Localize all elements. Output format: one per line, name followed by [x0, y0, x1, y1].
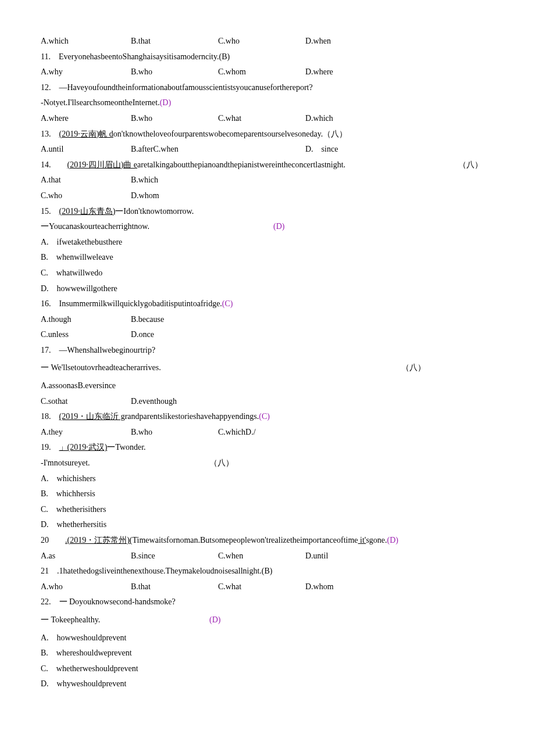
q14-options-2: C.who D.whom [41, 188, 494, 204]
q18-opt-cd: C.whichD./ [218, 425, 305, 440]
q15-stem-post: 一Idon'tknowtomorrow. [115, 207, 194, 216]
q16-answer: (C) [222, 299, 233, 308]
q15-source: (2019·山东青岛) [59, 207, 116, 216]
q17-options-1: A.assoonasB.eversince [41, 378, 494, 394]
q16-opt-a: A.though [41, 312, 131, 328]
q21-stem: 21 .1hatethedogsliveinthenexthouse.Theym… [41, 564, 494, 579]
q19-stem-pre: 19. [41, 443, 59, 452]
q13-stem-pre: 13. [41, 130, 59, 138]
q16-opt-d: D.once [131, 327, 218, 343]
q15-opt-a: A. ifwetakethebusthere [41, 235, 494, 250]
q19-line2: -I'mnotsureyet. （八） [41, 456, 494, 471]
q12-stem-2-text: -Notyet.I'llsearchsomeontheInternet. [41, 98, 160, 107]
q12-stem-1: 12. —Haveyoufoundtheinformationaboutfamo… [41, 80, 494, 96]
q19-answer: （八） [209, 456, 234, 471]
q19-opt-a: A. whichishers [41, 471, 494, 487]
q13-source: (2019·云南)帆 d [59, 130, 113, 138]
q15-line2-text: 一Youcanaskourteacherrightnow. [41, 222, 149, 231]
q16-stem: 16. Insummermilkwillquicklygobaditisputi… [41, 296, 494, 312]
q22-opt-d: D. whyweshouldprevent [41, 676, 494, 692]
q20-stem-mid: Timewaitsfornoman.Butsomepeoplewon'treal… [133, 536, 358, 544]
q13-stem: 13. (2019·云南)帆 don'tknowtheloveofourpare… [41, 127, 494, 142]
q22-line2: 一 Tokeephealthy. (D) [41, 612, 494, 628]
q18-opt-b: B.who [131, 425, 218, 440]
q20-opt-d: D.until [305, 549, 328, 564]
q13-opt-bc: B.afterC.when [131, 142, 305, 157]
q10-opt-a: A.which [41, 34, 131, 49]
q21-options: A.who B.that C.what D.whom [41, 579, 494, 595]
q14-stem-pre: 14. [41, 160, 67, 169]
q11-opt-c: C.whom [218, 65, 305, 80]
q14-opt-a: A.that [41, 173, 131, 188]
q19-opt-c: C. whetherisithers [41, 502, 494, 518]
q10-opt-b: B.that [131, 34, 218, 49]
q15-stem-pre: 15. [41, 207, 59, 216]
q14-stem: 14. (2019·四川眉山)曲 earetalkingaboutthepian… [41, 157, 494, 173]
q21-opt-b: B.that [131, 579, 218, 595]
q15-opt-c: C. whatwillwedo [41, 266, 494, 281]
q16-opt-b: B.because [131, 312, 218, 328]
q18-stem-pre: 18. [41, 412, 59, 421]
q19-stem-post: 一Twonder. [107, 443, 145, 452]
q14-opt-b: B.which [131, 173, 218, 188]
q20-source: .(2019・江苏常州)( [65, 536, 133, 544]
q18-stem-post: randparentslikestorieshavehappyendings. [125, 412, 259, 421]
q22-line2-text: 一 Tokeephealthy. [41, 615, 100, 624]
q14-opt-c: C.who [41, 188, 131, 204]
q18-options: A.they B.who C.whichD./ [41, 425, 494, 440]
q10-opt-d: D.when [305, 34, 331, 49]
q20-opt-a: A.as [41, 549, 131, 564]
q20-options: A.as B.since C.when D.until [41, 549, 494, 564]
q12-answer: (D) [160, 98, 171, 107]
q18-stem: 18. (2019・山东临沂 grandparentslikestoriesha… [41, 409, 494, 425]
document-page: A.which B.that C.who D.when 11. Everyone… [0, 0, 535, 756]
q22-opt-c: C. whetherweshouldprevent [41, 661, 494, 677]
q16-options-2: C.unless D.once [41, 327, 494, 343]
q11-opt-b: B.who [131, 65, 218, 80]
q19-line2-text: -I'mnotsureyet. [41, 458, 90, 467]
q12-opt-c: C.what [218, 111, 305, 127]
q11-opt-a: A.why [41, 65, 131, 80]
q17-stem: 17. —Whenshallwebeginourtrip? [41, 343, 494, 359]
q15-opt-d: D. howwewillgothere [41, 281, 494, 297]
q21-opt-d: D.whom [305, 579, 334, 595]
q15-line2: 一Youcanaskourteacherrightnow. (D) [41, 219, 494, 235]
q10-options: A.which B.that C.who D.when [41, 34, 494, 49]
q17-answer: （八） [401, 360, 426, 376]
q20-stem-pre: 20 [41, 536, 65, 544]
q11-options: A.why B.who C.whom D.where [41, 65, 494, 80]
q14-source: (2019·四川眉山)曲 e [67, 160, 138, 169]
q15-stem: 15. (2019·山东青岛)一Idon'tknowtomorrow. [41, 204, 494, 220]
q13-opt-a: A.until [41, 142, 131, 157]
q19-stem: 19. 」(2019·武汉)一Twonder. [41, 440, 494, 456]
q20-stem-end: sgone. [366, 536, 387, 544]
q17-line2-text: 一 We'llsetoutovrheadteacherarrives. [41, 363, 161, 372]
q18-answer: (C) [259, 412, 270, 421]
q21-opt-a: A.who [41, 579, 131, 595]
q12-opt-d: D.which [305, 111, 333, 127]
q20-opt-b: B.since [131, 549, 218, 564]
q18-source: (2019・山东临沂 g [59, 412, 125, 421]
q12-stem-2: -Notyet.I'llsearchsomeontheInternet.(D) [41, 95, 494, 111]
q17-opt-c: C.sothat [41, 394, 131, 410]
q15-opt-b: B. whenwillweleave [41, 250, 494, 266]
q22-stem: 22. 一 Doyouknowsecond-handsmoke? [41, 594, 494, 610]
q18-opt-a: A.they [41, 425, 131, 440]
q14-answer: （八） [458, 157, 483, 173]
q22-opt-b: B. whereshouldweprevent [41, 646, 494, 661]
q19-opt-b: B. whichhersis [41, 486, 494, 502]
q16-stem-text: 16. Insummermilkwillquicklygobaditisputi… [41, 299, 222, 308]
q19-source: 」(2019·武汉) [59, 443, 108, 452]
q13-options: A.until B.afterC.when D. since [41, 142, 494, 157]
q16-opt-c: C.unless [41, 327, 131, 343]
q12-opt-b: B.who [131, 111, 218, 127]
q20-stem: 20 .(2019・江苏常州)(Timewaitsfornoman.Butsom… [41, 533, 494, 549]
q12-opt-a: A.where [41, 111, 131, 127]
q13-stem-post: on'tknowtheloveofourparentswobecomeparen… [113, 130, 347, 138]
q15-answer: (D) [273, 219, 284, 235]
q20-opt-c: C.when [218, 549, 305, 564]
q22-opt-a: A. howweshouldprevent [41, 630, 494, 646]
q22-answer: (D) [209, 612, 220, 628]
q21-opt-c: C.what [218, 579, 305, 595]
q20-answer: (D) [387, 536, 398, 544]
